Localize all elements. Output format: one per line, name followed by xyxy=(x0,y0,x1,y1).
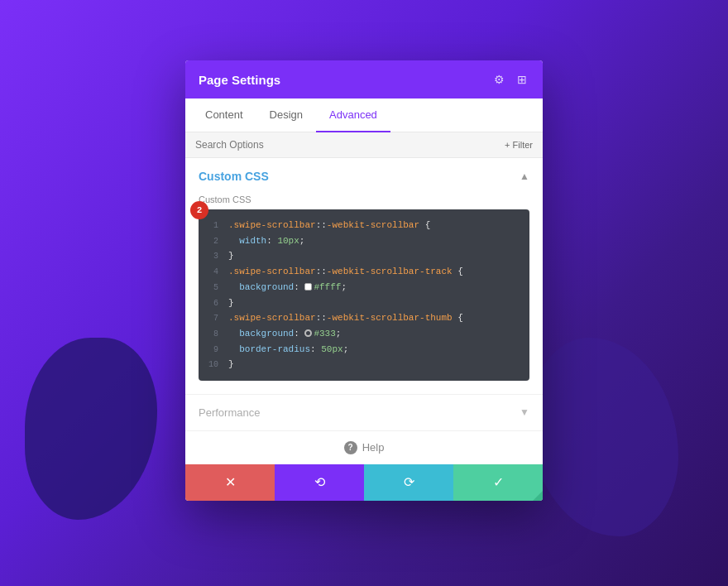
modal-header: Page Settings ⚙ ⊞ xyxy=(185,60,543,98)
redo-button[interactable]: ⟳ xyxy=(364,464,453,501)
modal-body: Custom CSS ▲ Custom CSS 2 1 .swipe-scrol… xyxy=(185,158,543,464)
help-row: ? Help xyxy=(185,431,543,464)
performance-section: Performance ▼ xyxy=(185,395,543,431)
custom-css-title: Custom CSS xyxy=(199,170,269,183)
custom-css-field-label: Custom CSS xyxy=(185,195,543,209)
code-line-7: 7 .swipe-scrollbar::-webkit-scrollbar-th… xyxy=(208,310,520,326)
bg-blob-right xyxy=(529,338,678,536)
code-line-10: 10 } xyxy=(208,357,520,372)
collapse-icon[interactable]: ▲ xyxy=(520,171,529,182)
help-icon[interactable]: ? xyxy=(344,441,357,454)
cancel-button[interactable]: ✕ xyxy=(185,464,275,501)
code-line-8: 8 background: #333; xyxy=(208,326,520,342)
undo-button[interactable]: ⟲ xyxy=(275,464,364,501)
header-icons: ⚙ ⊞ xyxy=(491,72,529,87)
performance-section-header[interactable]: Performance ▼ xyxy=(185,395,543,430)
code-line-5: 5 background: #ffff; xyxy=(208,280,520,295)
tab-bar: Content Design Advanced xyxy=(185,98,543,132)
filter-button[interactable]: + Filter xyxy=(505,140,533,150)
custom-css-section: Custom CSS ▲ Custom CSS 2 1 .swipe-scrol… xyxy=(185,158,543,395)
custom-css-editor[interactable]: 2 1 .swipe-scrollbar::-webkit-scrollbar … xyxy=(199,209,529,381)
tab-content[interactable]: Content xyxy=(192,98,256,132)
tab-advanced[interactable]: Advanced xyxy=(316,98,390,132)
code-line-3: 3 } xyxy=(208,248,520,264)
settings-icon[interactable]: ⚙ xyxy=(491,72,506,87)
save-button[interactable]: ✓ xyxy=(453,464,543,501)
modal-title: Page Settings xyxy=(199,73,280,87)
custom-css-section-header[interactable]: Custom CSS ▲ xyxy=(185,158,543,195)
modal-footer: ✕ ⟲ ⟳ ✓ xyxy=(185,464,543,501)
bg-blob-left xyxy=(25,338,157,520)
expand-perf-icon[interactable]: ▼ xyxy=(520,406,529,418)
expand-icon[interactable]: ⊞ xyxy=(515,72,529,87)
code-line-9: 9 border-radius: 50px; xyxy=(208,342,520,358)
code-line-2: 2 width: 10px; xyxy=(208,233,520,249)
search-input[interactable] xyxy=(195,139,505,151)
code-line-6: 6 } xyxy=(208,295,520,311)
badge-2: 2 xyxy=(190,201,208,219)
help-label[interactable]: Help xyxy=(362,441,385,454)
tab-design[interactable]: Design xyxy=(256,98,316,132)
code-line-4: 4 .swipe-scrollbar::-webkit-scrollbar-tr… xyxy=(208,264,520,280)
page-settings-modal: Page Settings ⚙ ⊞ Content Design Advance… xyxy=(185,60,543,501)
performance-title: Performance xyxy=(199,406,260,419)
search-bar: + Filter xyxy=(185,132,543,158)
code-line-1: 1 .swipe-scrollbar::-webkit-scrollbar { xyxy=(208,218,520,233)
